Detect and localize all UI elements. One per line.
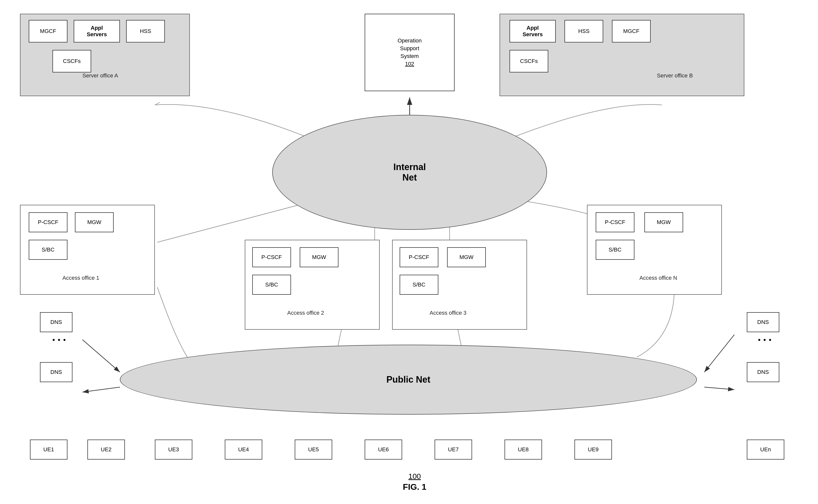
ue1-box: UE1 (30, 440, 67, 460)
mgcf-b-box: MGCF (612, 20, 651, 42)
mgw-n-box: MGW (644, 212, 683, 232)
dns-right-2-box: DNS (747, 362, 779, 382)
ue3-box: UE3 (155, 440, 192, 460)
access-office-3-label: Access office 3 (430, 310, 467, 316)
appl-servers-b-box: Appl Servers (510, 20, 556, 42)
oss-box: Operation Support System 102 (365, 14, 455, 91)
appl-servers-a-box: Appl Servers (74, 20, 120, 42)
svg-line-10 (704, 387, 734, 390)
dns-right-1-box: DNS (747, 312, 779, 332)
ue9-box: UE9 (574, 440, 612, 460)
ue5-box: UE5 (295, 440, 332, 460)
mgw-2-box: MGW (300, 247, 338, 267)
p-cscf-n-box: P-CSCF (596, 212, 634, 232)
mgcf-a-box: MGCF (29, 20, 67, 42)
dns-left-1-box: DNS (40, 312, 72, 332)
diagram: Server office A MGCF Appl Servers HSS CS… (0, 0, 818, 504)
cscfs-a-box: CSCFs (52, 50, 91, 72)
ue6-box: UE6 (365, 440, 402, 460)
dns-left-2-box: DNS (40, 362, 72, 382)
public-net-ellipse: Public Net (120, 345, 697, 415)
internal-net-label: Internal Net (393, 162, 426, 183)
uen-box: UEn (747, 440, 784, 460)
hss-a-box: HSS (126, 20, 165, 42)
mgw-3-box: MGW (447, 247, 486, 267)
access-office-1-label: Access office 1 (62, 275, 99, 281)
oss-number: 102 (398, 60, 422, 68)
ue7-box: UE7 (435, 440, 472, 460)
figure-title: FIG. 1 (370, 482, 460, 492)
p-cscf-3-box: P-CSCF (400, 247, 438, 267)
server-office-a-label: Server office A (82, 72, 118, 79)
hss-b-box: HSS (564, 20, 603, 42)
cscfs-b-box: CSCFs (510, 50, 548, 72)
access-office-n-label: Access office N (639, 275, 677, 281)
public-net-label: Public Net (386, 374, 430, 385)
oss-label2: Support (398, 45, 422, 52)
ue8-box: UE8 (505, 440, 542, 460)
sbc-2-box: S/BC (252, 275, 291, 295)
oss-label3: System (398, 52, 422, 60)
ue2-box: UE2 (87, 440, 125, 460)
server-office-b-label: Server office B (657, 72, 693, 79)
internal-net-ellipse: Internal Net (272, 115, 547, 230)
sbc-1-box: S/BC (29, 240, 67, 260)
p-cscf-2-box: P-CSCF (252, 247, 291, 267)
access-office-2-label: Access office 2 (287, 310, 324, 316)
dots-right: • • • (758, 336, 772, 344)
mgw-1-box: MGW (75, 212, 114, 232)
svg-line-9 (704, 335, 734, 372)
ue4-box: UE4 (225, 440, 262, 460)
svg-line-7 (82, 340, 120, 372)
p-cscf-1-box: P-CSCF (29, 212, 67, 232)
figure-number: 100 (390, 472, 440, 481)
dots-left: • • • (52, 336, 66, 344)
sbc-3-box: S/BC (400, 275, 438, 295)
sbc-n-box: S/BC (596, 240, 634, 260)
oss-label: Operation (398, 37, 422, 45)
svg-line-8 (82, 387, 120, 392)
